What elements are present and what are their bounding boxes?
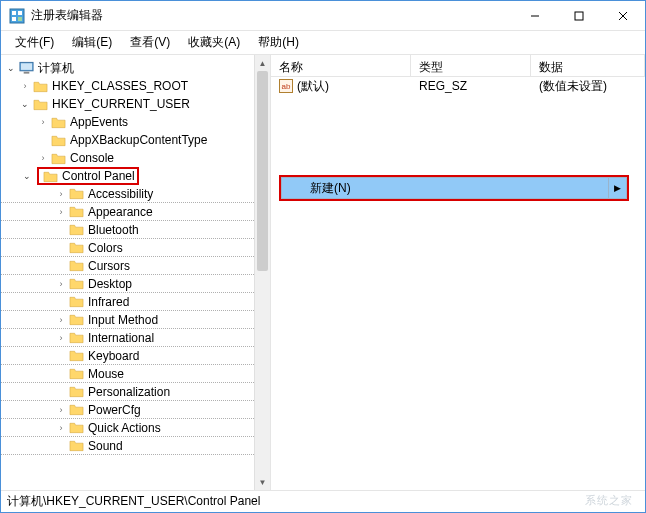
menu-edit[interactable]: 编辑(E) [64,31,120,54]
col-data[interactable]: 数据 [531,55,645,76]
chevron-right-icon[interactable]: › [37,117,49,127]
tree-keyboard[interactable]: ›Keyboard [1,347,254,365]
minimize-button[interactable] [513,1,557,30]
window-buttons [513,1,645,30]
chevron-right-icon[interactable]: › [55,189,67,199]
chevron-right-icon[interactable]: › [55,333,67,343]
folder-icon [69,313,84,326]
folder-icon [69,403,84,416]
context-menu-new[interactable]: 新建(N) ▶ [279,175,629,201]
tree-bluetooth[interactable]: ›Bluetooth [1,221,254,239]
tree-root[interactable]: ⌄ 计算机 [1,59,254,77]
scroll-up-icon[interactable]: ▲ [255,55,270,71]
scroll-down-icon[interactable]: ▼ [255,474,270,490]
chevron-right-icon[interactable]: › [37,153,49,163]
context-label: 新建(N) [310,180,351,197]
tree-appxbackup[interactable]: › AppXBackupContentType [1,131,254,149]
tree-inputmethod[interactable]: ›Input Method [1,311,254,329]
tree-colors[interactable]: ›Colors [1,239,254,257]
tree-label: AppXBackupContentType [70,133,207,147]
chevron-down-icon[interactable]: ⌄ [19,99,31,109]
tree-label: Control Panel [62,169,135,183]
tree-controlpanel[interactable]: ⌄ Control Panel [1,167,254,185]
tree-quickactions[interactable]: ›Quick Actions [1,419,254,437]
tree-infrared[interactable]: ›Infrared [1,293,254,311]
chevron-right-icon[interactable]: › [55,423,67,433]
regedit-icon [9,8,25,24]
tree-scrollbar[interactable]: ▲ ▼ [254,55,270,490]
svg-rect-4 [18,17,22,21]
tree-international[interactable]: ›International [1,329,254,347]
tree-label: Desktop [88,277,132,291]
tree-hkcu[interactable]: ⌄ HKEY_CURRENT_USER [1,95,254,113]
maximize-button[interactable] [557,1,601,30]
tree-label: AppEvents [70,115,128,129]
folder-icon [43,170,58,183]
tree[interactable]: ⌄ 计算机 › HKEY_CLASSES_ROOT ⌄ HKEY_CURRENT… [1,55,254,490]
tree-personalization[interactable]: ›Personalization [1,383,254,401]
value-list: 名称 类型 数据 ab (默认) REG_SZ (数值未设置) 新建(N) ▶ … [271,55,645,490]
list-header: 名称 类型 数据 [271,55,645,77]
tree-label: Appearance [88,205,153,219]
tree-label: PowerCfg [88,403,141,417]
tree-accessibility[interactable]: ›Accessibility [1,185,254,203]
computer-icon [19,61,34,75]
string-value-icon: ab [279,79,293,93]
chevron-down-icon[interactable]: ⌄ [21,171,33,181]
chevron-right-icon[interactable]: › [55,315,67,325]
folder-icon [69,349,84,362]
folder-icon [69,241,84,254]
menu-help[interactable]: 帮助(H) [250,31,307,54]
tree-label: Cursors [88,259,130,273]
menu-file[interactable]: 文件(F) [7,31,62,54]
chevron-down-icon[interactable]: ⌄ [5,63,17,73]
chevron-right-icon[interactable]: › [55,207,67,217]
folder-icon [69,295,84,308]
tree-desktop[interactable]: ›Desktop [1,275,254,293]
folder-icon [69,205,84,218]
tree-cursors[interactable]: ›Cursors [1,257,254,275]
svg-rect-10 [21,63,32,70]
tree-label: Sound [88,439,123,453]
watermark: 系统之家 [585,493,633,508]
chevron-right-icon[interactable]: › [55,279,67,289]
folder-icon [69,439,84,452]
tree-label: Keyboard [88,349,139,363]
chevron-right-icon[interactable]: › [19,81,31,91]
tree-label: Accessibility [88,187,153,201]
close-button[interactable] [601,1,645,30]
tree-appevents[interactable]: › AppEvents [1,113,254,131]
folder-icon [33,98,48,111]
tree-sound[interactable]: ›Sound [1,437,254,455]
tree-console[interactable]: › Console [1,149,254,167]
menu-view[interactable]: 查看(V) [122,31,178,54]
tree-label: Input Method [88,313,158,327]
col-type[interactable]: 类型 [411,55,531,76]
statusbar-path: 计算机\HKEY_CURRENT_USER\Control Panel [7,493,260,510]
chevron-right-icon[interactable]: › [55,405,67,415]
tree-label: Mouse [88,367,124,381]
folder-icon [69,277,84,290]
folder-icon [69,385,84,398]
col-name[interactable]: 名称 [271,55,411,76]
window-title: 注册表编辑器 [31,7,513,24]
tree-label: Quick Actions [88,421,161,435]
window: 注册表编辑器 文件(F) 编辑(E) 查看(V) 收藏夹(A) 帮助(H) ⌄ … [0,0,646,513]
context-item-new[interactable]: 新建(N) [281,177,609,199]
tree-label: Bluetooth [88,223,139,237]
svg-rect-11 [24,72,30,74]
tree-powercfg[interactable]: ›PowerCfg [1,401,254,419]
tree-mouse[interactable]: ›Mouse [1,365,254,383]
tree-appearance[interactable]: ›Appearance [1,203,254,221]
svg-rect-6 [575,12,583,20]
scroll-thumb[interactable] [257,71,268,271]
folder-icon [69,331,84,344]
cell-type: REG_SZ [411,79,531,93]
list-row[interactable]: ab (默认) REG_SZ (数值未设置) [271,77,645,95]
folder-icon [51,134,66,147]
tree-hkcr[interactable]: › HKEY_CLASSES_ROOT [1,77,254,95]
cell-name-text: (默认) [297,78,329,95]
statusbar: 计算机\HKEY_CURRENT_USER\Control Panel 系统之家 [1,490,645,512]
menu-favorites[interactable]: 收藏夹(A) [180,31,248,54]
scroll-track[interactable] [255,71,270,474]
